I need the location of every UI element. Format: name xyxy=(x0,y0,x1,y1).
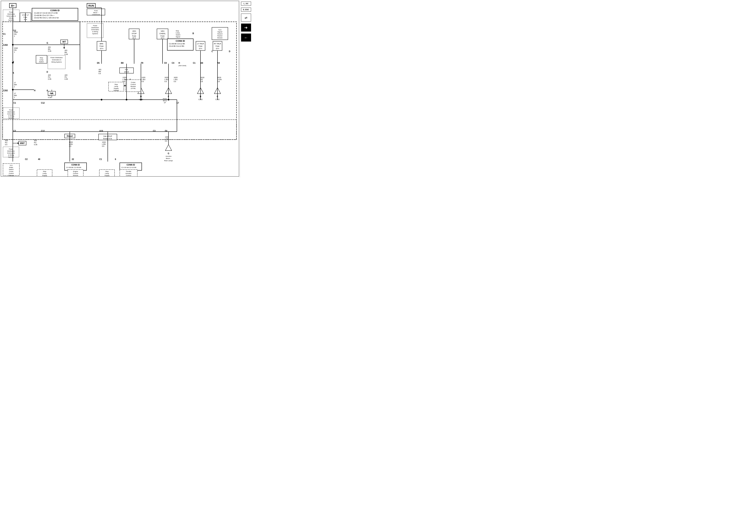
conn-c12: C12 xyxy=(41,102,45,104)
wire-17wh-l2: WH xyxy=(14,84,17,86)
stop-lamp-switch-l3: Switch xyxy=(39,61,44,63)
wire-441bn2-l2: BN xyxy=(65,51,67,53)
wire-22: 22 xyxy=(72,158,74,160)
pwr-dist-ref3-l2: Schematics in xyxy=(52,59,61,61)
conn-h-right: H xyxy=(178,62,180,64)
turn-signal-module-l1: Turn xyxy=(218,29,222,31)
wire-1540og-l2: OG xyxy=(14,33,16,35)
wire-441bn1-l3: 0.35 xyxy=(48,50,51,52)
diagram-area: B+ RUN Fuse Block – Underhood CONN ID C1… xyxy=(1,1,239,177)
pwr-dist-ref2-l3: Schematics xyxy=(91,29,99,31)
conn-a-right: A xyxy=(46,89,48,92)
pwr-dist-ref3-l3: Wiring Systems xyxy=(51,61,62,63)
mt-box-label: M/T xyxy=(62,41,66,43)
brk-fuse-l3: 10 A xyxy=(100,47,103,50)
conn-d-right: D xyxy=(229,50,230,53)
fuse-block-underhood-line2: Block – xyxy=(94,12,99,13)
wire-441bn1-l2: BN xyxy=(48,48,50,50)
wire-1320lbu-low1-l2: L-BU xyxy=(69,143,73,145)
tac-l2: Actuator xyxy=(125,172,131,174)
conn-c1-ecm: C1 xyxy=(99,158,102,160)
wire-1320lbu-low2-l2: L-BU xyxy=(102,143,106,145)
conn-id-c2: C2=68 BK C5=2 GY C8=— xyxy=(34,14,55,16)
ecm-l3: Module xyxy=(73,175,78,176)
wire-1619dgn-l2: D-GN xyxy=(217,79,222,81)
forward-arrows-icon[interactable]: ⇄ xyxy=(241,13,251,22)
desc-label: D_ESC xyxy=(242,9,250,11)
wire-441bn3-l1: 441 xyxy=(98,68,101,70)
right-arrow-bold-icon[interactable]: ➜ xyxy=(241,24,251,32)
stop-lamp-supply2-l1: Stop xyxy=(43,170,46,172)
loc-icon[interactable]: L_OC xyxy=(241,2,251,6)
conn-d5: D5 xyxy=(97,62,99,64)
wire-1320lbu-low1-l1: 1320 xyxy=(69,141,73,143)
stop-lamp-switch-l1: Stop xyxy=(40,57,43,59)
veh-stop-fuse-l3: Fuse xyxy=(132,35,136,37)
wire-441bn3-l2: BN xyxy=(98,70,101,72)
conn-40: 40 xyxy=(38,158,40,160)
veh-chmsl-fuse-l1: VEH xyxy=(161,30,165,32)
wire-420pu2-l2: PU xyxy=(65,76,67,78)
tcc-l6: Release xyxy=(8,175,14,176)
svg-point-86 xyxy=(12,44,14,45)
tri-g: G xyxy=(168,152,169,155)
conn-id-right-label: CONN ID xyxy=(176,40,185,42)
conn-c2-bottom: C2 xyxy=(25,158,28,160)
veh-stop-fuse-l4: 15 A xyxy=(132,37,136,39)
wire-1540og-l3: 1 xyxy=(14,35,15,37)
brk-fuse-l1: BRK xyxy=(100,43,103,45)
svg-point-89 xyxy=(101,99,102,100)
pwr-dist-ref5-l2: Distribution xyxy=(7,150,15,152)
left-arrow-bold-icon[interactable]: ← xyxy=(241,34,251,41)
ccm-l1: Cruise xyxy=(131,82,136,83)
tac-l3: Control xyxy=(126,175,131,176)
svg-point-91 xyxy=(140,99,142,100)
tac-l1: Throttle xyxy=(126,170,131,172)
conn-id-tac-label: CONN ID xyxy=(126,164,135,166)
wire-420pu1-l3: 0.35 xyxy=(48,78,51,80)
svg-point-90 xyxy=(126,99,127,100)
wire-1540og2-l1: 1540 xyxy=(14,47,18,49)
svg-point-87 xyxy=(12,62,14,63)
stop-lamp-supply3-l3: Supply xyxy=(105,175,109,176)
run-label: RUN xyxy=(88,4,94,7)
pwr-dist-ref2-l1: Power xyxy=(93,25,97,27)
wire-1540og2-l2: OG xyxy=(14,49,16,51)
conn-h: H xyxy=(34,89,35,92)
stop-lamp-supply3-l2: Lamp xyxy=(105,172,109,174)
brk-fuse-l2: Fuse xyxy=(99,45,103,47)
pwr-dist-ref1-l5: Systems xyxy=(8,19,14,21)
tcc-l2: Brake xyxy=(9,166,13,168)
relay-block-ip-l2: Block xyxy=(163,100,167,102)
wire-441bn3-l3: 0.5 xyxy=(98,72,101,74)
rt-trlr-fuse-l1: RT TRLR xyxy=(214,43,221,45)
not-used-label: (Not Used) xyxy=(178,65,186,66)
wire-420pu-lower2-l3: 0.35 xyxy=(34,143,38,145)
rt-trlr-fuse-l3: 10 A xyxy=(216,47,219,50)
stop-lamp-supply1-l4: Voltage xyxy=(114,89,119,91)
conn-b-right: B xyxy=(193,32,194,35)
tcc-l3: Switch/ xyxy=(9,168,14,170)
conn-b8: B8 xyxy=(121,62,123,64)
tcc-l5: Control xyxy=(9,172,14,174)
wire-420pu3-l3: 0.35 xyxy=(48,96,51,98)
conn-id-c3: C3=32 RD C6=2 L–GN C9=2 NA xyxy=(34,17,59,19)
wire-1620lbu2-l1: 1620 xyxy=(174,76,177,79)
fuse-block-underhood-line1: Fuse xyxy=(94,10,98,12)
wire-420pu-lower2-l1: 420 xyxy=(34,139,37,141)
desc-icon[interactable]: D_ESC xyxy=(241,8,251,12)
ccm-l4: (CCM) xyxy=(131,88,136,89)
wire-1620lbu2-l3: 0.5 xyxy=(174,81,176,83)
conn-d: D xyxy=(46,71,48,73)
veh-stop-fuse-l1: VEH xyxy=(132,30,136,32)
stop-lamp-supply1-l2: Lamp xyxy=(114,86,118,87)
lt-trlr-fuse-l1: LT TRLR xyxy=(197,43,204,45)
conn-id-right-c1: C1=68 BK C3=12 BK xyxy=(169,43,185,45)
wire-420pu-lower2-l2: PU xyxy=(34,141,36,143)
conn-g: G xyxy=(46,42,48,44)
veh-chmsl-fuse-l3: Fuse xyxy=(160,35,165,37)
sidebar: L_OC D_ESC ⇄ ➜ ← xyxy=(240,0,252,177)
jb-rear-l2: Block – xyxy=(166,158,171,159)
pwr-dist-ref5-l4: in Wiring xyxy=(8,154,14,156)
veh-chmsl-fuse-l4: 10 A xyxy=(161,37,164,39)
